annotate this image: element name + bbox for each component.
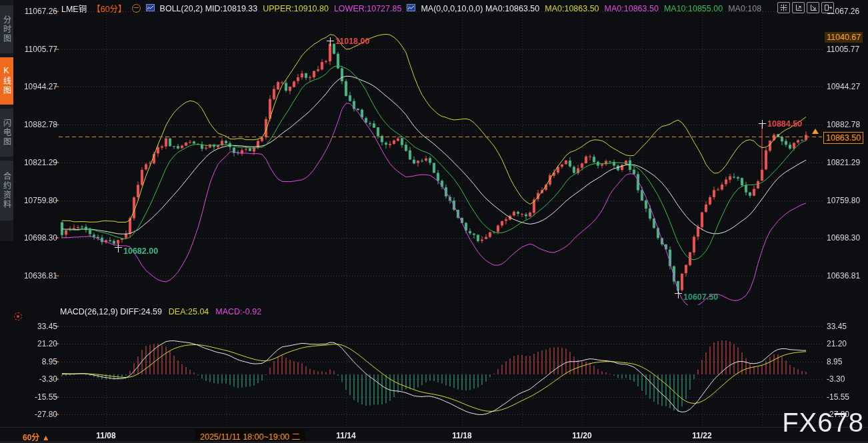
x-axis-label: 11/08 [96, 431, 115, 440]
sidebar-tab-3[interactable]: 合约资料 [0, 161, 13, 221]
legend-macd-bar: MACD:-0.92 [215, 307, 261, 316]
upper-price-badge: 11040.67 [825, 32, 863, 43]
x-axis-label: 11/14 [336, 431, 355, 440]
trading-terminal-window: 分时图K线图闪电图合约资料 LME铜【60分】BOLL(20,2) MID:10… [0, 0, 868, 443]
extreme-price-annotation: 10682.00 [123, 246, 158, 256]
y-axis-label: 10636.81 [827, 271, 860, 280]
sidebar-tab-label: 闪电图 [1, 119, 13, 147]
y-axis-label: 8.95 [16, 357, 57, 366]
y-axis-label: 10636.81 [16, 271, 57, 280]
y-axis-label: 10944.27 [16, 82, 57, 91]
y-axis-label: 11067.26 [16, 7, 57, 16]
x-axis-label: 11/20 [572, 431, 591, 440]
legend-ma10-green: MA10:10855.00 [664, 4, 723, 13]
current-price-badge: 10863.50 [823, 132, 863, 144]
exit-icon[interactable] [821, 2, 834, 13]
legend-interval-tag: 【60分】 [92, 2, 126, 15]
indicator-legend-bar: LME铜【60分】BOLL(20,2) MID:10819.33UPPER:10… [61, 2, 761, 15]
sidebar-tab-label: K线图 [1, 66, 13, 95]
legend-boll-upper: UPPER:10910.80 [263, 4, 329, 13]
y-axis-label: 21.20 [827, 339, 847, 348]
y-axis-label: 10698.30 [827, 233, 860, 242]
legend-boll-mid: BOLL(20,2) MID:10819.33 [160, 4, 258, 13]
sidebar-tab-1[interactable]: K线图 [0, 57, 13, 105]
x-axis-label: 11/22 [692, 431, 711, 440]
indicator-chart-icon [407, 4, 415, 13]
y-axis-label: 10698.30 [16, 233, 57, 242]
price-up-arrow-icon [812, 129, 819, 134]
sidebar-tab-label: 分时图 [1, 15, 13, 43]
sidebar-tab-2[interactable]: 闪电图 [0, 109, 13, 157]
sidebar-tab-label: 合约资料 [1, 172, 13, 209]
sidebar-tab-0[interactable]: 分时图 [0, 5, 13, 53]
legend-ma0-yellow: MA0:10863.50 [545, 4, 599, 13]
y-axis-label: 33.45 [827, 322, 847, 331]
legend-ma0-truncated: MA0:108 [728, 4, 761, 13]
y-axis-label: 11005.77 [827, 45, 859, 54]
legend-macd-dea: DEA:25.04 [169, 307, 209, 316]
extreme-cross-marker [759, 120, 766, 129]
scale-up-icon[interactable] [792, 2, 805, 13]
y-axis-label: -27.80 [16, 410, 57, 419]
y-axis-label: 8.95 [827, 357, 842, 366]
y-axis-label: 10882.78 [16, 120, 57, 129]
legend-ma0-magenta: MA0:10863.50 [605, 4, 659, 13]
indicator-chart-icon [146, 4, 155, 13]
y-axis-label: 33.45 [16, 322, 57, 331]
extreme-price-annotation: 10884.50 [767, 119, 802, 129]
y-axis-label: 10821.29 [16, 158, 57, 167]
time-axis-bar: 60分 ▲ 2025/11/11 18:00~19:00 二 11/0811/1… [0, 427, 868, 442]
chart-toolbar [777, 2, 834, 13]
y-axis-label: -3.30 [16, 374, 57, 384]
legend-ma-params: MA(0,0,0,10,0,0) MA0:10863.50 [421, 4, 539, 13]
x-axis-label: 11/18 [452, 431, 471, 440]
extreme-price-annotation: 10607.50 [683, 292, 718, 302]
minus-circle-icon [132, 4, 141, 13]
extreme-price-annotation: 11018.00 [335, 37, 369, 46]
watermark: FX678 [782, 408, 864, 438]
y-axis-label: 10759.80 [16, 196, 57, 205]
legend-symbol: LME铜 [61, 2, 87, 15]
y-axis-label: -3.30 [827, 374, 845, 384]
extreme-cross-marker [675, 290, 682, 298]
extreme-cross-marker [115, 244, 122, 252]
y-axis-label: 10882.78 [827, 120, 860, 129]
y-axis-label: 11005.77 [16, 45, 57, 54]
crosshair-icon[interactable] [777, 2, 790, 13]
y-axis-label: 10944.27 [827, 82, 860, 91]
kline-macd-chart-canvas[interactable] [0, 0, 868, 443]
y-axis-label: -15.55 [827, 392, 849, 402]
chart-mode-sidebar: 分时图K线图闪电图合约资料 [0, 0, 13, 241]
scale-right-icon[interactable] [807, 2, 819, 13]
macd-legend-bar: MACD(26,12,9) DIFF:24.59DEA:25.04MACD:-0… [60, 307, 261, 316]
y-axis-label: 10821.29 [827, 158, 860, 167]
macd-target-icon [14, 312, 22, 320]
y-axis-label: -15.55 [16, 392, 57, 402]
legend-macd-diff: MACD(26,12,9) DIFF:24.59 [60, 307, 162, 316]
y-axis-label: 10759.80 [827, 196, 860, 205]
y-axis-label: 21.20 [16, 339, 57, 348]
legend-boll-lower: LOWER:10727.85 [334, 4, 401, 13]
extreme-cross-marker [327, 37, 334, 46]
